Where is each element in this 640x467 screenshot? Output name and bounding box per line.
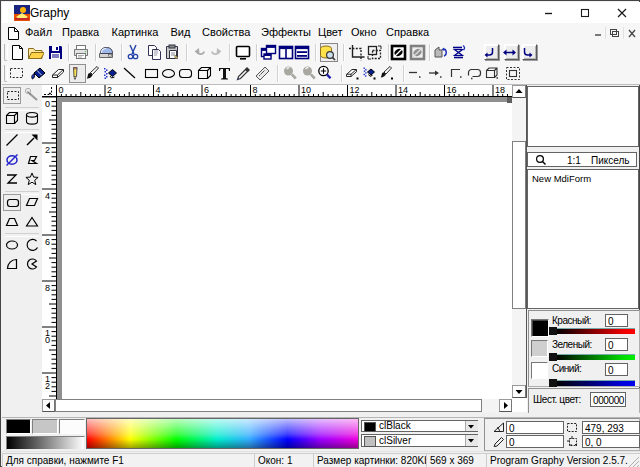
svg-text:18: 18 — [495, 85, 505, 95]
svg-text:0: 0 — [59, 85, 64, 95]
svg-text:12: 12 — [350, 85, 360, 95]
svg-text:8: 8 — [45, 283, 50, 293]
svg-text:6: 6 — [45, 237, 50, 247]
svg-text:10: 10 — [301, 85, 311, 95]
svg-text:14: 14 — [398, 85, 408, 95]
svg-text:6: 6 — [204, 85, 209, 95]
svg-text:4: 4 — [156, 85, 161, 95]
svg-text:16: 16 — [447, 85, 457, 95]
svg-text:0: 0 — [45, 335, 50, 345]
svg-text:0: 0 — [45, 99, 50, 109]
svg-text:8: 8 — [253, 85, 258, 95]
svg-text:2: 2 — [45, 381, 50, 391]
svg-text:2: 2 — [45, 145, 50, 155]
svg-text:4: 4 — [45, 191, 50, 201]
svg-text:2: 2 — [107, 85, 112, 95]
